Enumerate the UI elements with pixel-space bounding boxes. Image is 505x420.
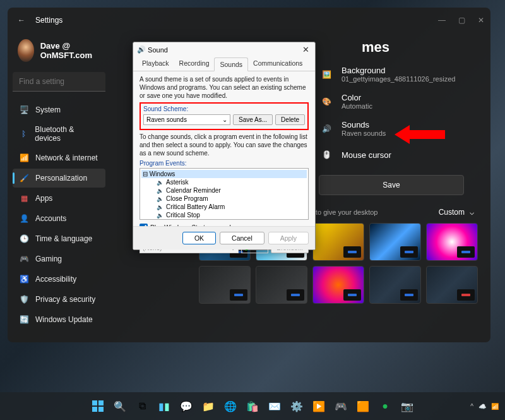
- sidebar: Dave @ OnMSFT.com 🖥️SystemᛒBluetooth & d…: [8, 33, 110, 342]
- theme-thumb[interactable]: [312, 223, 364, 261]
- theme-taskbar-preview: [287, 289, 304, 301]
- event-item[interactable]: Critical Stop: [141, 211, 307, 219]
- sidebar-item-apps[interactable]: ▦Apps: [13, 189, 105, 208]
- edge-icon[interactable]: 🌐: [221, 397, 240, 416]
- delete-button[interactable]: Delete: [275, 114, 305, 125]
- theme-thumb[interactable]: [426, 266, 478, 304]
- tray-expand-icon[interactable]: ^: [470, 403, 473, 410]
- tab-communications[interactable]: Communications: [248, 57, 307, 71]
- theme-taskbar-preview: [400, 246, 418, 258]
- mail-icon[interactable]: ✉️: [265, 397, 284, 416]
- event-item[interactable]: Calendar Reminder: [141, 186, 307, 195]
- cancel-button[interactable]: Cancel: [220, 232, 264, 244]
- nav-label: Personalization: [35, 174, 87, 183]
- maximize-icon[interactable]: ▢: [458, 16, 465, 25]
- events-root-node[interactable]: ⊟ Windows: [141, 170, 307, 178]
- sidebar-item-time-language[interactable]: 🕒Time & language: [13, 229, 105, 248]
- tab-recording[interactable]: Recording: [174, 57, 215, 71]
- back-arrow-icon[interactable]: ←: [14, 16, 29, 25]
- sidebar-item-gaming[interactable]: 🎮Gaming: [13, 249, 105, 268]
- nav-label: Accessibility: [35, 275, 76, 284]
- program-events-list[interactable]: ⊟ Windows AsteriskCalendar ReminderClose…: [140, 168, 309, 220]
- start-icon[interactable]: [88, 397, 107, 416]
- save-as-button[interactable]: Save As...: [233, 114, 273, 125]
- option-icon: 🎨: [319, 94, 334, 109]
- close-icon[interactable]: ✕: [478, 16, 484, 25]
- network-icon[interactable]: 📶: [491, 403, 499, 410]
- theme-thumb[interactable]: [312, 266, 364, 304]
- sound-dialog: 🔊 Sound ✕ PlaybackRecordingSoundsCommuni…: [133, 42, 316, 250]
- tab-sounds[interactable]: Sounds: [214, 57, 248, 71]
- option-icon: 🖼️: [319, 67, 334, 82]
- event-item[interactable]: Asterisk: [141, 178, 307, 186]
- sidebar-item-accessibility[interactable]: ♿Accessibility: [13, 270, 105, 289]
- widgets-icon[interactable]: ▮▮: [155, 397, 174, 416]
- sidebar-item-accounts[interactable]: 👤Accounts: [13, 209, 105, 228]
- scheme-description: A sound theme is a set of sounds applied…: [140, 75, 309, 100]
- annotation-highlight-box: Sound Scheme: Raven sounds ⌄ Save As... …: [140, 102, 309, 130]
- xbox-icon[interactable]: 🎮: [331, 397, 350, 416]
- event-item[interactable]: Critical Battery Alarm: [141, 203, 307, 211]
- nav-label: Windows Update: [35, 315, 93, 324]
- sidebar-item-windows-update[interactable]: 🔄Windows Update: [13, 310, 105, 329]
- chat-icon[interactable]: 💬: [177, 397, 196, 416]
- sidebar-item-privacy-security[interactable]: 🛡️Privacy & security: [13, 290, 105, 309]
- nav-label: Privacy & security: [35, 295, 95, 304]
- dialog-close-icon[interactable]: ✕: [300, 45, 311, 54]
- theme-thumb[interactable]: [199, 266, 251, 304]
- option-sub: Automatic: [342, 102, 372, 110]
- option-icon: 🖱️: [319, 147, 334, 162]
- option-sub: 01_gettyimages_488111026_resized: [342, 75, 455, 83]
- store-icon[interactable]: 🛍️: [243, 397, 262, 416]
- nav-icon: 🛡️: [19, 294, 29, 304]
- sidebar-item-personalization[interactable]: 🖌️Personalization: [13, 169, 105, 188]
- app-icon-1[interactable]: 🟧: [354, 397, 372, 416]
- task-view-icon[interactable]: ⧉: [133, 397, 152, 416]
- ok-button[interactable]: OK: [182, 232, 216, 244]
- custom-dropdown[interactable]: Custom ⌵: [439, 208, 478, 217]
- taskbar: 🔍 ⧉ ▮▮ 💬 📁 🌐 🛍️ ✉️ ⚙️ ▶️ 🎮 🟧 ● 📷 ^ ☁️ 📶: [0, 392, 505, 420]
- option-mouse-cursor[interactable]: 🖱️Mouse cursor: [319, 142, 478, 167]
- app-icon-2[interactable]: 📷: [398, 397, 417, 416]
- theme-thumb[interactable]: [426, 223, 478, 261]
- user-row[interactable]: Dave @ OnMSFT.com: [13, 39, 105, 72]
- speaker-icon: 🔊: [137, 45, 146, 54]
- nav-icon: 👤: [19, 213, 29, 224]
- theme-thumb[interactable]: [256, 266, 307, 304]
- minimize-icon[interactable]: —: [438, 16, 446, 25]
- spotify-icon[interactable]: ●: [376, 397, 395, 416]
- option-background[interactable]: 🖼️Background01_gettyimages_488111026_res…: [319, 61, 478, 88]
- theme-taskbar-preview: [230, 289, 247, 301]
- option-color[interactable]: 🎨ColorAutomatic: [319, 88, 478, 115]
- change-description: To change sounds, click a program event …: [140, 133, 309, 157]
- sidebar-item-network-internet[interactable]: 📶Network & internet: [13, 148, 105, 167]
- theme-taskbar-preview: [343, 246, 361, 258]
- scheme-select[interactable]: Raven sounds ⌄: [143, 114, 230, 125]
- search-icon[interactable]: 🔍: [110, 397, 129, 416]
- media-icon[interactable]: ▶️: [309, 397, 328, 416]
- nav-list: 🖥️SystemᛒBluetooth & devices📶Network & i…: [13, 100, 105, 329]
- theme-thumb[interactable]: [369, 223, 421, 261]
- option-title: Mouse cursor: [342, 150, 391, 160]
- dialog-titlebar: 🔊 Sound ✕: [133, 42, 315, 57]
- nav-icon: ᛒ: [19, 129, 28, 139]
- tray-icon[interactable]: ☁️: [478, 403, 486, 410]
- theme-thumb[interactable]: [369, 266, 421, 304]
- tab-playback[interactable]: Playback: [137, 57, 174, 71]
- event-item[interactable]: Close Program: [141, 195, 307, 203]
- search-input[interactable]: [13, 72, 105, 92]
- chevron-down-icon: ⌵: [470, 208, 474, 217]
- sidebar-item-system[interactable]: 🖥️System: [13, 100, 105, 119]
- sidebar-item-bluetooth-devices[interactable]: ᛒBluetooth & devices: [13, 121, 105, 147]
- theme-taskbar-preview: [457, 246, 475, 258]
- taskbar-center: 🔍 ⧉ ▮▮ 💬 📁 🌐 🛍️ ✉️ ⚙️ ▶️ 🎮 🟧 ● 📷: [88, 397, 417, 416]
- explorer-icon[interactable]: 📁: [199, 397, 218, 416]
- nav-icon: 🖥️: [19, 105, 29, 115]
- nav-label: Bluetooth & devices: [35, 125, 99, 143]
- nav-icon: 🔄: [19, 315, 29, 325]
- titlebar: ← Settings — ▢ ✕: [8, 8, 490, 33]
- window-controls: — ▢ ✕: [438, 16, 484, 25]
- save-button[interactable]: Save: [319, 175, 464, 195]
- nav-icon: ▦: [19, 193, 29, 203]
- settings-icon[interactable]: ⚙️: [287, 397, 306, 416]
